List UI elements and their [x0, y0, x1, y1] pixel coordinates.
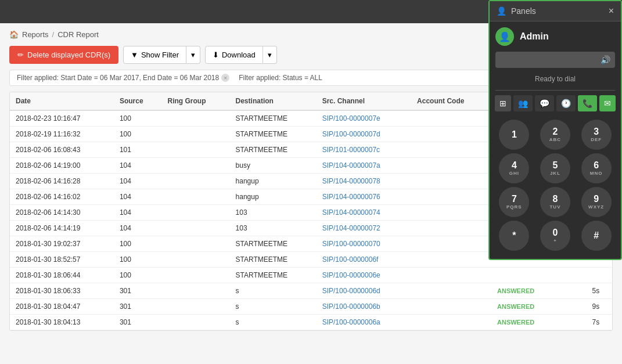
status-answered: ANSWERED — [497, 319, 534, 326]
tab-history[interactable]: 🕐 — [556, 95, 576, 111]
admin-avatar: 👤 — [495, 27, 514, 46]
tab-call[interactable]: 📞 — [578, 95, 597, 111]
pencil-icon: ✏ — [17, 51, 24, 59]
table-row: 2018-01-30 18:06:33301sSIP/100-0000006dA… — [10, 283, 612, 299]
dial-key-6[interactable]: 6MNO — [581, 153, 612, 183]
dial-key-*[interactable]: * — [499, 221, 529, 251]
panel-header: 👤 Panels × — [490, 1, 621, 21]
table-row: 2018-01-30 18:04:13301sSIP/100-0000006aA… — [10, 315, 612, 330]
panel-title: 👤 Panels — [497, 6, 536, 16]
download-caret-button[interactable]: ▾ — [263, 46, 277, 64]
breadcrumb-reports[interactable]: Reports — [22, 30, 49, 39]
download-button[interactable]: ⬇ Download — [205, 46, 263, 64]
tab-grid[interactable]: ⊞ — [495, 95, 511, 111]
tab-contacts[interactable]: 👥 — [513, 95, 533, 111]
table-row: 2018-01-30 18:04:47301sSIP/100-0000006bA… — [10, 299, 612, 315]
home-icon: 🏠 — [9, 30, 19, 39]
dial-key-5[interactable]: 5JKL — [540, 153, 570, 183]
dial-key-#[interactable]: # — [581, 221, 612, 251]
panel-tabs: ⊞ 👥 💬 🕐 📞 ✉ — [495, 90, 615, 111]
dial-key-9[interactable]: 9WXYZ — [581, 187, 612, 217]
speaker-icon[interactable]: 🔊 — [601, 55, 610, 64]
admin-row: 👤 Admin — [495, 27, 615, 46]
col-destination: Destination — [230, 92, 317, 110]
dialpad: 12ABC3DEF4GHI5JKL6MNO7PQRS8TUV9WXYZ*0+# — [495, 117, 615, 253]
panels-icon: 👤 — [497, 6, 506, 16]
filter-group: ▼ Show Filter ▾ — [123, 46, 200, 64]
dial-key-7[interactable]: 7PQRS — [499, 187, 529, 217]
breadcrumb-sep: / — [52, 30, 55, 39]
filter-close-date[interactable]: × — [221, 74, 229, 82]
delete-cdrs-button[interactable]: ✏ Delete displayed CDR(s) — [9, 46, 118, 64]
status-answered: ANSWERED — [497, 303, 534, 310]
filter-tag-date: Filter applied: Start Date = 06 Mar 2017… — [17, 74, 229, 82]
dial-input[interactable] — [500, 56, 601, 64]
dial-key-1[interactable]: 1 — [499, 120, 529, 150]
col-ring-group: Ring Group — [161, 92, 229, 110]
dial-key-8[interactable]: 8TUV — [540, 187, 570, 217]
col-src-channel: Src. Channel — [317, 92, 411, 110]
admin-name: Admin — [520, 31, 549, 42]
tab-message[interactable]: ✉ — [599, 95, 616, 111]
filter-caret-button[interactable]: ▾ — [186, 46, 200, 64]
panel-body: 👤 Admin 🔊 Ready to dial ⊞ 👥 💬 🕐 📞 ✉ 12AB… — [490, 21, 621, 259]
col-account-code: Account Code — [411, 92, 491, 110]
dial-key-0[interactable]: 0+ — [540, 221, 570, 251]
avatar-icon: 👤 — [499, 31, 510, 42]
breadcrumb-current: CDR Report — [57, 30, 99, 39]
panel-overlay: 👤 Panels × 👤 Admin 🔊 Ready to dial ⊞ 👥 💬… — [488, 0, 622, 260]
download-group: ⬇ Download ▾ — [205, 46, 277, 64]
col-date: Date — [10, 92, 114, 110]
panel-close-button[interactable]: × — [609, 6, 614, 16]
dial-key-4[interactable]: 4GHI — [499, 153, 529, 183]
ready-text: Ready to dial — [495, 73, 615, 85]
col-source: Source — [114, 92, 162, 110]
dial-key-3[interactable]: 3DEF — [581, 120, 612, 150]
show-filter-button[interactable]: ▼ Show Filter — [123, 46, 186, 64]
tab-chat[interactable]: 💬 — [535, 95, 554, 111]
status-answered: ANSWERED — [497, 287, 534, 294]
download-icon: ⬇ — [213, 51, 219, 59]
filter-icon: ▼ — [131, 51, 138, 59]
dial-input-container: 🔊 — [495, 52, 615, 68]
table-row: 2018-01-30 18:06:44100STARTMEETMESIP/100… — [10, 268, 612, 283]
dial-key-2[interactable]: 2ABC — [540, 120, 570, 150]
